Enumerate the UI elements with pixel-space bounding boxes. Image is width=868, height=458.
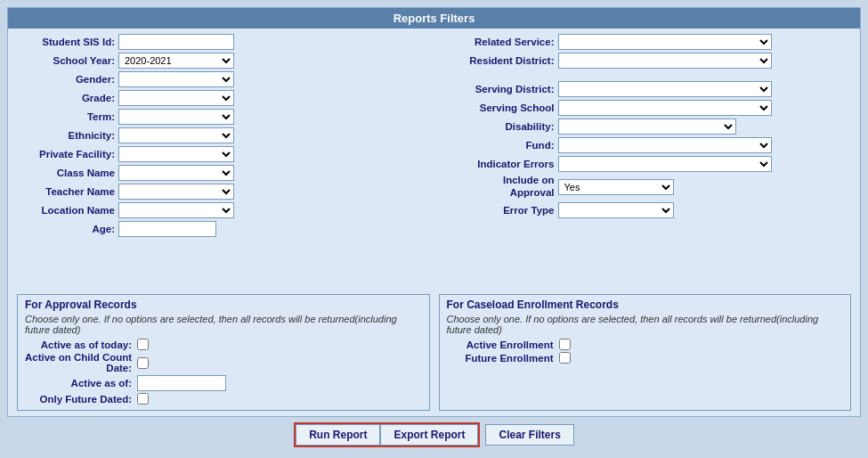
disability-row: Disability: (439, 119, 852, 135)
serving-school-label: Serving School (439, 102, 555, 113)
age-row: Age: (17, 221, 430, 237)
gender-select[interactable] (118, 71, 234, 87)
active-as-of-input[interactable] (137, 375, 226, 391)
school-year-select[interactable]: 2020-2021 2019-2020 2018-2019 (118, 53, 234, 69)
spacer1 (439, 71, 852, 78)
grade-select[interactable] (118, 90, 234, 106)
indicator-errors-label: Indicator Errors (439, 159, 555, 169)
approval-box: For Approval Records Choose only one. If… (17, 294, 430, 411)
private-facility-row: Private Facility: (17, 146, 430, 162)
active-child-count-label: Active on Child CountDate: (25, 352, 132, 373)
include-approval-label: Include onApproval (439, 175, 555, 200)
teacher-name-label: Teacher Name (17, 186, 115, 197)
active-today-checkbox[interactable] (137, 339, 149, 350)
clear-filters-button[interactable]: Clear Filters (485, 424, 573, 446)
teacher-name-row: Teacher Name (17, 184, 430, 200)
error-type-row: Error Type (439, 202, 852, 218)
active-child-count-checkbox[interactable] (137, 357, 149, 369)
fund-label: Fund: (439, 140, 555, 151)
resident-district-row: Resident District: (439, 53, 852, 69)
grade-row: Grade: (17, 90, 430, 106)
student-sis-input[interactable] (118, 34, 234, 50)
include-on-approval-select[interactable]: Yes No (558, 179, 674, 195)
gender-label: Gender: (17, 74, 115, 85)
future-enrollment-row: Future Enrollment (447, 352, 844, 364)
only-future-row: Only Future Dated: (25, 393, 422, 405)
top-filters: Student SIS Id: School Year: 2020-2021 2… (17, 34, 851, 289)
related-service-select[interactable] (558, 34, 772, 50)
class-name-row: Class Name (17, 165, 430, 181)
panel-body: Student SIS Id: School Year: 2020-2021 2… (8, 29, 860, 416)
grade-label: Grade: (17, 93, 115, 103)
footer-bar: Run Report Export Report Clear Filters (7, 417, 861, 451)
run-report-button[interactable]: Run Report (296, 424, 380, 446)
school-year-label: School Year: (17, 55, 115, 66)
error-type-select[interactable] (558, 202, 674, 218)
student-sis-row: Student SIS Id: (17, 34, 430, 50)
only-future-label: Only Future Dated: (25, 394, 132, 405)
active-child-count-row: Active on Child CountDate: (25, 352, 422, 373)
teacher-name-select[interactable] (118, 184, 234, 200)
term-select[interactable] (118, 109, 234, 125)
page-wrapper: Reports Filters Student SIS Id: School Y… (0, 0, 868, 458)
resident-district-label: Resident District: (439, 55, 555, 66)
term-label: Term: (17, 111, 115, 122)
active-today-label: Active as of today: (25, 339, 132, 350)
bottom-section: For Approval Records Choose only one. If… (17, 294, 851, 411)
active-as-of-row: Active as of: (25, 375, 422, 391)
error-type-label: Error Type (439, 205, 555, 216)
serving-school-row: Serving School (439, 100, 852, 116)
caseload-box: For Caseload Enrollment Records Choose o… (439, 294, 852, 411)
active-enrollment-label: Active Enrollment (447, 339, 554, 350)
caseload-title: For Caseload Enrollment Records (447, 299, 844, 311)
serving-district-row: Serving District: (439, 81, 852, 97)
age-input[interactable] (118, 221, 216, 237)
include-on-approval-row: Include onApproval Yes No (439, 175, 852, 200)
ethnicity-select[interactable] (118, 127, 234, 143)
location-name-select[interactable] (118, 202, 234, 218)
right-column: Related Service: Resident District: Serv… (439, 34, 852, 289)
school-year-row: School Year: 2020-2021 2019-2020 2018-20… (17, 53, 430, 69)
gender-row: Gender: (17, 71, 430, 87)
disability-label: Disability: (439, 121, 555, 132)
ethnicity-label: Ethnicity: (17, 130, 115, 141)
panel-title: Reports Filters (393, 12, 475, 25)
related-service-row: Related Service: (439, 34, 852, 50)
related-service-label: Related Service: (439, 37, 555, 47)
indicator-errors-row: Indicator Errors (439, 156, 852, 172)
indicator-errors-select[interactable] (558, 156, 772, 172)
reports-filters-panel: Reports Filters Student SIS Id: School Y… (7, 7, 861, 417)
age-label: Age: (17, 224, 115, 234)
active-enrollment-row: Active Enrollment (447, 339, 844, 350)
serving-school-select[interactable] (558, 100, 772, 116)
private-facility-select[interactable] (118, 146, 234, 162)
location-name-label: Location Name (17, 205, 115, 216)
class-name-label: Class Name (17, 168, 115, 178)
resident-district-select[interactable] (558, 53, 772, 69)
panel-header: Reports Filters (8, 8, 860, 29)
active-today-row: Active as of today: (25, 339, 422, 350)
private-facility-label: Private Facility: (17, 149, 115, 159)
caseload-desc: Choose only one. If no options are selec… (447, 314, 844, 335)
future-enrollment-label: Future Enrollment (447, 353, 554, 364)
only-future-checkbox[interactable] (137, 393, 149, 405)
active-as-of-label: Active as of: (25, 378, 132, 388)
student-sis-label: Student SIS Id: (17, 37, 115, 47)
serving-district-label: Serving District: (439, 84, 555, 94)
serving-district-select[interactable] (558, 81, 772, 97)
future-enrollment-checkbox[interactable] (559, 352, 571, 364)
approval-desc: Choose only one. If no options are selec… (25, 314, 422, 335)
export-report-button[interactable]: Export Report (380, 424, 478, 446)
fund-row: Fund: (439, 137, 852, 153)
left-column: Student SIS Id: School Year: 2020-2021 2… (17, 34, 430, 289)
class-name-select[interactable] (118, 165, 234, 181)
fund-select[interactable] (558, 137, 772, 153)
ethnicity-row: Ethnicity: (17, 127, 430, 143)
term-row: Term: (17, 109, 430, 125)
location-name-row: Location Name (17, 202, 430, 218)
active-enrollment-checkbox[interactable] (559, 339, 571, 350)
button-group: Run Report Export Report (294, 422, 480, 447)
approval-title: For Approval Records (25, 299, 422, 311)
disability-select[interactable] (558, 119, 736, 135)
